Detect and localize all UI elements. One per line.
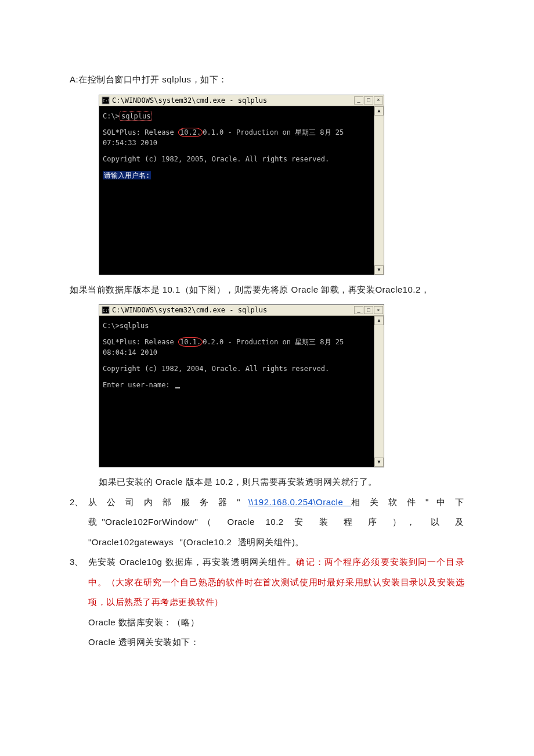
terminal2-user-prompt: Enter user-name: bbox=[103, 380, 370, 390]
terminal2-copyright: Copyright (c) 1982, 2004, Oracle. All ri… bbox=[103, 363, 370, 374]
terminal1-copyright: Copyright (c) 1982, 2005, Oracle. All ri… bbox=[103, 154, 370, 164]
list-marker-3: 3、 bbox=[70, 552, 88, 613]
scroll-up-button[interactable]: ▲ bbox=[374, 316, 384, 325]
cmd-icon: C:\ bbox=[102, 96, 110, 105]
scrollbar[interactable]: ▲ ▼ bbox=[374, 106, 384, 275]
window-controls: _ □ × bbox=[354, 306, 383, 314]
terminal2-prompt-line: C:\>sqlplus bbox=[103, 321, 370, 331]
scroll-up-button[interactable]: ▲ bbox=[374, 106, 384, 116]
minimize-button[interactable]: _ bbox=[354, 96, 363, 105]
window-controls: _ □ × bbox=[354, 96, 383, 105]
version-highlight-101: 10.1. bbox=[178, 337, 203, 347]
terminal2-titlebar: C:\ C:\WINDOWS\system32\cmd.exe - sqlplu… bbox=[99, 305, 384, 316]
after-terminal1-text: 如果当前数据库版本是 10.1（如下图），则需要先将原 Oracle 卸载，再安… bbox=[70, 280, 464, 300]
close-button[interactable]: × bbox=[374, 306, 383, 314]
svg-text:C:\: C:\ bbox=[103, 99, 110, 103]
terminal1-prompt-line: C:\>sqlplus bbox=[103, 111, 370, 121]
sqlplus-highlight: sqlplus bbox=[120, 111, 153, 121]
svg-text:C:\: C:\ bbox=[103, 308, 110, 313]
minimize-button[interactable]: _ bbox=[354, 306, 363, 314]
terminal-window-2: C:\ C:\WINDOWS\system32\cmd.exe - sqlplu… bbox=[99, 304, 384, 467]
terminal1-user-prompt: 请输入用户名: bbox=[103, 170, 370, 181]
scroll-track[interactable] bbox=[374, 325, 384, 458]
terminal2-content: C:\>sqlplus SQL*Plus: Release 10.1.0.2.0… bbox=[99, 316, 374, 467]
list-item-2: 2、 从 公 司 内 部 服 务 器 " \\192.168.0.254\Ora… bbox=[70, 492, 464, 553]
scrollbar[interactable]: ▲ ▼ bbox=[374, 316, 384, 467]
list-body-3: 先安装 Oracle10g 数据库，再安装透明网关组件。确记：两个程序必须要安装… bbox=[88, 552, 464, 613]
terminal-window-1: C:\ C:\WINDOWS\system32\cmd.exe - sqlplu… bbox=[99, 95, 384, 275]
terminal1-content: C:\>sqlplus SQL*Plus: Release 10.2.0.1.0… bbox=[99, 106, 374, 275]
terminal2-title: C:\WINDOWS\system32\cmd.exe - sqlplus bbox=[112, 305, 354, 315]
intro-text: A:在控制台窗口中打开 sqlplus，如下： bbox=[70, 70, 464, 90]
maximize-button[interactable]: □ bbox=[364, 96, 373, 105]
item3-sub2: Oracle 透明网关安装如下： bbox=[88, 632, 464, 653]
version-highlight-102: 10.2. bbox=[178, 128, 203, 137]
terminal1-titlebar: C:\ C:\WINDOWS\system32\cmd.exe - sqlplu… bbox=[99, 95, 384, 106]
list-marker-2: 2、 bbox=[70, 492, 88, 553]
cursor-icon bbox=[175, 387, 180, 388]
caption-terminal2: 如果已安装的 Oracle 版本是 10.2，则只需要再安装透明网关就行了。 bbox=[99, 472, 464, 492]
close-button[interactable]: × bbox=[374, 96, 383, 105]
list-item-3: 3、 先安装 Oracle10g 数据库，再安装透明网关组件。确记：两个程序必须… bbox=[70, 552, 464, 613]
scroll-down-button[interactable]: ▼ bbox=[374, 265, 384, 275]
list-body-2: 从 公 司 内 部 服 务 器 " \\192.168.0.254\Oracle… bbox=[88, 492, 464, 553]
cmd-icon: C:\ bbox=[102, 306, 110, 314]
maximize-button[interactable]: □ bbox=[364, 306, 373, 314]
item3-sub1: Oracle 数据库安装：（略） bbox=[88, 613, 464, 633]
terminal1-title: C:\WINDOWS\system32\cmd.exe - sqlplus bbox=[112, 95, 354, 106]
scroll-down-button[interactable]: ▼ bbox=[374, 458, 384, 467]
scroll-track[interactable] bbox=[374, 116, 384, 265]
document-page: A:在控制台窗口中打开 sqlplus，如下： C:\ C:\WINDOWS\s… bbox=[0, 0, 534, 699]
server-link[interactable]: \\192.168.0.254\Oracle bbox=[248, 497, 351, 507]
terminal2-release-line: SQL*Plus: Release 10.1.0.2.0 - Productio… bbox=[103, 337, 370, 358]
terminal1-release-line: SQL*Plus: Release 10.2.0.1.0 - Productio… bbox=[103, 127, 370, 148]
